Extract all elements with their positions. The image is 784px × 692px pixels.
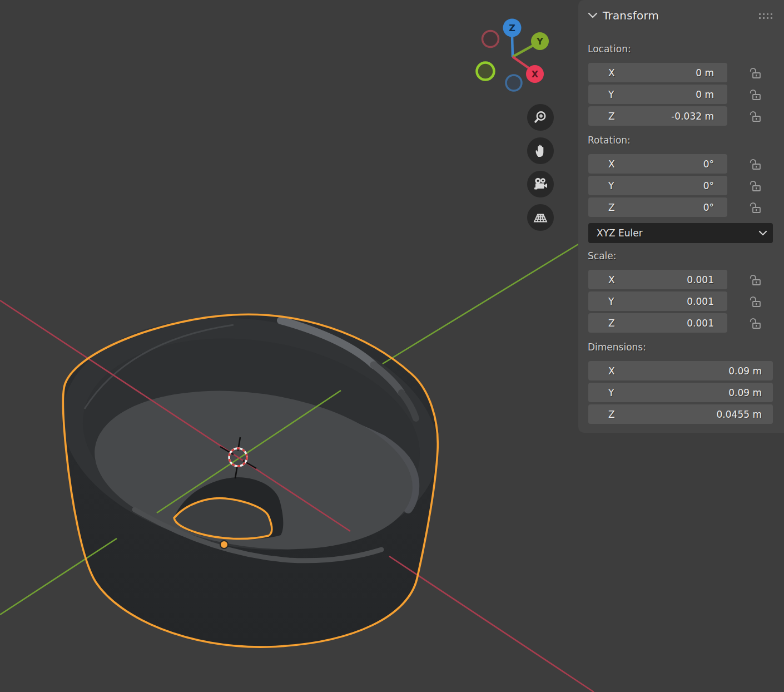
axis-value: 0.001: [687, 274, 714, 285]
scale-z-field[interactable]: Z 0.001: [588, 313, 727, 333]
grid-ortho-icon: [533, 210, 548, 225]
axis-label: Z: [608, 111, 615, 122]
dimensions-label: Dimensions:: [588, 342, 646, 353]
axis-label: X: [608, 365, 615, 377]
blender-3d-viewport: { "panel": { "title": "Transform", "loca…: [0, 0, 784, 692]
location-z-field[interactable]: Z -0.032 m: [588, 106, 727, 126]
rotation-mode-dropdown[interactable]: XYZ Euler: [588, 223, 773, 243]
panel-collapse-chevron-icon[interactable]: [587, 12, 599, 19]
axis-label: Y: [608, 89, 614, 100]
axis-label: X: [608, 67, 615, 78]
dimensions-y-field[interactable]: Y 0.09 m: [588, 383, 773, 402]
rotation-label: Rotation:: [588, 135, 631, 146]
axis-value: -0.032 m: [671, 111, 714, 122]
lock-location-x-button[interactable]: [748, 66, 762, 80]
axis-value: 0.001: [687, 296, 714, 307]
gizmo-x-negative-ball[interactable]: [483, 31, 499, 47]
dimensions-z-field[interactable]: Z 0.0455 m: [588, 404, 773, 424]
lock-scale-x-button[interactable]: [748, 273, 762, 287]
unlock-icon: [748, 273, 762, 287]
camera-view-icon: [533, 176, 548, 192]
zoom-button[interactable]: [527, 104, 554, 131]
location-x-field[interactable]: X 0 m: [588, 63, 727, 82]
unlock-icon: [748, 87, 762, 102]
location-label: Location:: [588, 43, 631, 55]
axis-label: Z: [608, 318, 615, 329]
location-y-field[interactable]: Y 0 m: [588, 85, 727, 104]
lock-location-y-button[interactable]: [748, 87, 762, 102]
lock-scale-y-button[interactable]: [748, 294, 762, 309]
unlock-icon: [748, 200, 762, 215]
gizmo-y-label: Y: [536, 36, 543, 47]
scale-y-field[interactable]: Y 0.001: [588, 291, 727, 311]
gizmo-y-negative-ball[interactable]: [477, 63, 494, 80]
axis-x-line: [389, 556, 594, 692]
gizmo-x-stem: [513, 57, 529, 68]
lock-scale-z-button[interactable]: [748, 316, 762, 330]
rotation-mode-value: XYZ Euler: [597, 228, 643, 239]
selected-vertex[interactable]: [220, 541, 228, 548]
panel-drag-grip[interactable]: [758, 13, 775, 20]
axis-label: Z: [608, 202, 615, 213]
axis-label: Y: [608, 180, 614, 191]
gizmo-y-stem: [513, 45, 534, 57]
axis-value: 0.09 m: [728, 387, 762, 398]
unlock-icon: [748, 157, 762, 171]
axis-value: 0°: [703, 202, 714, 213]
pan-button[interactable]: [527, 137, 554, 164]
axis-value: 0.0455 m: [717, 409, 762, 420]
unlock-icon: [748, 179, 762, 193]
gizmo-z-negative-ball[interactable]: [506, 75, 522, 91]
chevron-down-icon: [758, 230, 767, 236]
axis-label: Y: [608, 387, 614, 398]
lock-rotation-y-button[interactable]: [748, 179, 762, 193]
scale-x-field[interactable]: X 0.001: [588, 270, 727, 289]
toggle-ortho-button[interactable]: [527, 204, 554, 231]
panel-title: Transform: [603, 9, 659, 22]
gizmo-z-stem: [512, 36, 513, 57]
scale-label: Scale:: [588, 250, 616, 261]
rotation-x-field[interactable]: X 0°: [588, 154, 727, 174]
rotation-z-field[interactable]: Z 0°: [588, 197, 727, 217]
axis-label: X: [608, 274, 615, 285]
pan-hand-icon: [533, 143, 548, 159]
dimensions-x-field[interactable]: X 0.09 m: [588, 361, 773, 380]
axis-value: 0.09 m: [728, 365, 762, 377]
unlock-icon: [748, 66, 762, 80]
axis-value: 0°: [703, 180, 714, 191]
rotation-y-field[interactable]: Y 0°: [588, 176, 727, 195]
lock-rotation-x-button[interactable]: [748, 157, 762, 171]
axis-value: 0 m: [696, 89, 714, 100]
lock-rotation-z-button[interactable]: [748, 200, 762, 215]
unlock-icon: [748, 316, 762, 330]
axis-value: 0.001: [687, 318, 714, 329]
axis-value: 0 m: [696, 67, 714, 78]
unlock-icon: [748, 294, 762, 309]
axis-y-line: [383, 243, 581, 364]
lock-location-z-button[interactable]: [748, 109, 762, 123]
axis-label: Y: [608, 296, 614, 307]
axis-label: Z: [608, 409, 615, 420]
transform-panel: Transform Location: X 0 m Y 0 m Z -0.032…: [578, 0, 784, 433]
axis-label: X: [608, 159, 615, 170]
axis-value: 0°: [703, 159, 714, 170]
gizmo-x-label: X: [532, 69, 539, 80]
zoom-icon: [533, 110, 548, 125]
navigation-gizmo[interactable]: Z Y X: [477, 19, 549, 91]
camera-view-button[interactable]: [527, 171, 554, 197]
gizmo-z-label: Z: [509, 23, 515, 33]
unlock-icon: [748, 109, 762, 123]
